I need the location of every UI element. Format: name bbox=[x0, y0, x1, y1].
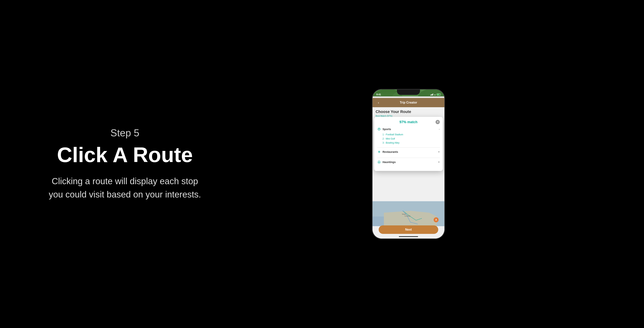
hauntings-toggle-icon[interactable]: + bbox=[438, 160, 440, 164]
phone-screen: 9:41 ▲ bbox=[372, 89, 444, 239]
pin-label: A bbox=[435, 219, 437, 221]
home-bar bbox=[399, 236, 418, 237]
restaurants-category-section: Restaurants + bbox=[377, 150, 440, 158]
choose-route-title: Choose Your Route bbox=[376, 109, 441, 114]
nav-bar: ‹ Trip Creator bbox=[372, 98, 444, 107]
sports-category-left: Sports bbox=[377, 127, 391, 131]
notch bbox=[397, 89, 420, 95]
map-bottom: Tampa FLORIDA A bbox=[372, 201, 444, 226]
battery-icon bbox=[437, 94, 440, 95]
phone-frame: 9:41 ▲ bbox=[372, 89, 445, 239]
sports-icon bbox=[377, 127, 381, 131]
status-icons: ▲ bbox=[430, 94, 440, 96]
restaurants-category-left: Restaurants bbox=[377, 150, 398, 154]
sports-category-section: Sports - 1 - Football Stadium 2 - Mini G… bbox=[377, 127, 440, 148]
main-title: Click A Route bbox=[57, 142, 193, 167]
close-button[interactable]: ✕ bbox=[436, 120, 440, 124]
power-button[interactable] bbox=[444, 118, 445, 130]
hauntings-category-left: Hauntings bbox=[377, 160, 396, 164]
restaurants-toggle-icon[interactable]: + bbox=[438, 150, 440, 153]
nav-back-button[interactable]: ‹ bbox=[376, 100, 381, 105]
hauntings-icon bbox=[377, 160, 381, 164]
sports-item-2: 2 - Mini Golf bbox=[382, 137, 440, 141]
hauntings-category-header[interactable]: Hauntings + bbox=[377, 160, 440, 164]
match-percentage: 97% match bbox=[381, 120, 436, 124]
restaurants-category-name: Restaurants bbox=[382, 150, 398, 153]
svg-text:Tampa: Tampa bbox=[402, 214, 406, 215]
right-section: 9:41 ▲ bbox=[211, 89, 606, 239]
signal-bar-3 bbox=[432, 94, 432, 95]
next-button-label: Next bbox=[405, 228, 412, 231]
description: Clicking a route will display each stop … bbox=[48, 175, 202, 201]
hauntings-category-section: Hauntings + bbox=[377, 160, 440, 168]
battery-fill bbox=[437, 94, 439, 95]
sports-toggle-icon[interactable]: - bbox=[439, 127, 440, 131]
wifi-icon: ▲ bbox=[434, 94, 436, 96]
svg-rect-10 bbox=[372, 217, 384, 226]
nav-title: Trip Creator bbox=[381, 101, 436, 104]
signal-bars bbox=[430, 94, 433, 95]
map-svg: Tampa FLORIDA bbox=[372, 201, 444, 226]
signal-bar-2 bbox=[431, 94, 432, 95]
hauntings-category-name: Hauntings bbox=[382, 160, 396, 163]
route-detail-popup[interactable]: 97% match ✕ bbox=[374, 117, 443, 171]
signal-bar-1 bbox=[430, 95, 431, 95]
sports-category-name: Sports bbox=[382, 128, 391, 131]
restaurants-icon bbox=[377, 150, 381, 154]
page-container: Step 5 Click A Route Clicking a route wi… bbox=[0, 0, 644, 328]
popup-header: 97% match ✕ bbox=[377, 120, 440, 124]
svg-point-6 bbox=[378, 151, 380, 153]
main-content: Choose Your Route Best Match (97%) 97% m… bbox=[372, 107, 444, 239]
home-indicator bbox=[372, 235, 444, 239]
sports-category-items: 1 - Football Stadium 2 - Mini Golf 3 - B… bbox=[377, 133, 440, 145]
restaurants-category-header[interactable]: Restaurants + bbox=[377, 150, 440, 154]
svg-point-7 bbox=[378, 162, 379, 162]
signal-bar-4 bbox=[433, 94, 433, 95]
left-section: Step 5 Click A Route Clicking a route wi… bbox=[38, 127, 211, 201]
step-label: Step 5 bbox=[110, 127, 139, 139]
back-chevron-icon: ‹ bbox=[378, 101, 379, 105]
next-button[interactable]: Next bbox=[379, 225, 438, 234]
svg-point-8 bbox=[379, 162, 380, 162]
sports-item-1: 1 - Football Stadium bbox=[382, 133, 440, 137]
map-pin-a: A bbox=[434, 217, 438, 222]
svg-point-3 bbox=[378, 128, 380, 130]
status-time: 9:41 bbox=[376, 93, 381, 96]
sports-item-3: 3 - Bowling Alley bbox=[382, 141, 440, 145]
sports-category-header[interactable]: Sports - bbox=[377, 127, 440, 131]
svg-text:FLORIDA: FLORIDA bbox=[404, 215, 410, 217]
